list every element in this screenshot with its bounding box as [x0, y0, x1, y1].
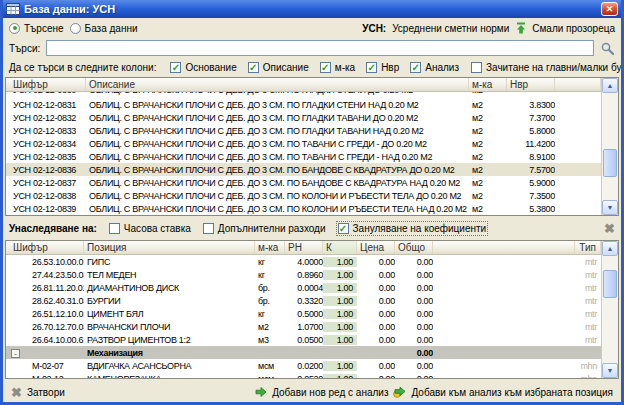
- checkbox-icon[interactable]: [471, 62, 482, 73]
- norms-row[interactable]: УСН 02-12-0835ОБЛИЦ. С ВРАЧАНСКИ ПЛОЧИ С…: [6, 150, 601, 163]
- inherit-checkbox-0[interactable]: Часова ставка: [109, 223, 191, 234]
- row-total: 0.00: [395, 296, 433, 306]
- checkbox-label: Зануляване на коефициенти: [353, 223, 487, 234]
- filter-column-checkbox-4[interactable]: ✓Анализ: [410, 62, 459, 73]
- radio-database-icon: [70, 23, 81, 34]
- row-unit: м2: [469, 100, 507, 110]
- row-code: 26.51.12.10.01: [6, 309, 84, 319]
- row-code: 26.70.12.70.03: [6, 322, 84, 332]
- row-total: 0.00: [395, 374, 433, 379]
- collapse-icon[interactable]: -: [11, 349, 20, 358]
- filter-column-checkbox-1[interactable]: ✓Описание: [248, 62, 309, 73]
- analysis-row[interactable]: М-02-12КАМЕНОРЕЗАЧКАмсм0.05201.000.000.0…: [6, 372, 601, 378]
- filter-column-checkbox-2[interactable]: ✓м-ка: [320, 62, 355, 73]
- shrink-window-label: Смали прозореца: [532, 23, 615, 34]
- column-header-rn[interactable]: РН: [285, 241, 323, 254]
- row-nvr: 11.4200: [507, 139, 555, 149]
- add-new-label: Добави нов ред с анализ: [272, 387, 388, 398]
- scroll-track[interactable]: [602, 256, 618, 363]
- analysis-row[interactable]: 28.62.40.31.03БУРГИИбр.0.33201.000.000.0…: [6, 294, 601, 307]
- inherit-checkbox-2[interactable]: ✓Зануляване на коефициенти: [338, 223, 487, 234]
- row-unit: м2: [469, 92, 507, 95]
- scrollbar-thumb[interactable]: [603, 149, 617, 177]
- column-header-k[interactable]: К: [323, 241, 357, 254]
- checkbox-icon[interactable]: ✓: [410, 62, 421, 73]
- column-header-unit[interactable]: м-ка: [469, 78, 507, 91]
- add-new-row-button[interactable]: Добави нов ред с анализ: [255, 386, 388, 398]
- row-code: УСН 02-12-0835: [6, 152, 86, 162]
- row-nvr: 7.3500: [507, 191, 555, 201]
- row-unit: м2: [469, 139, 507, 149]
- row-total: 0.00: [395, 257, 433, 267]
- scrollbar-thumb[interactable]: [603, 270, 617, 298]
- analysis-row[interactable]: 26.51.12.10.01ЦИМЕНТ БЯЛкг0.50001.000.00…: [6, 307, 601, 320]
- row-nvr: 5.9000: [507, 178, 555, 188]
- column-header-type[interactable]: Тип: [575, 241, 601, 254]
- column-header-desc[interactable]: Описание: [86, 78, 469, 91]
- row-position: ТЕЛ МЕДЕН: [84, 270, 255, 280]
- case-sensitive-checkbox[interactable]: Зачитане на главни/малки букви: [471, 62, 624, 73]
- column-header-code[interactable]: Шифър: [6, 78, 86, 91]
- row-total: 0.00: [395, 335, 433, 345]
- checkbox-icon[interactable]: ✓: [170, 62, 181, 73]
- column-header-code[interactable]: Шифър: [6, 241, 84, 254]
- analysis-row[interactable]: 26.53.10.00.01ГИПСкг4.00001.000.000.00mt…: [6, 255, 601, 268]
- analysis-row[interactable]: 26.81.11.20.01ДИАМАНТИНОВ ДИСКбр.0.00041…: [6, 281, 601, 294]
- norms-table-header[interactable]: Шифър Описание м-ка Нвр: [6, 78, 601, 92]
- scroll-up-icon[interactable]: ▲: [602, 78, 618, 93]
- column-header-pos[interactable]: Позиция: [84, 241, 255, 254]
- row-nvr: 5.8000: [507, 126, 555, 136]
- close-dialog-button[interactable]: ✖ Затвори: [11, 386, 65, 399]
- analysis-table-header[interactable]: Шифър Позиция м-ка РН К Цена Общо Тип: [6, 241, 601, 255]
- scroll-down-icon[interactable]: ▼: [602, 200, 618, 215]
- row-code: 28.62.40.31.03: [6, 296, 84, 306]
- norms-row[interactable]: УСН 02-12-0836ОБЛИЦ. С ВРАЧАНСКИ ПЛОЧИ С…: [6, 163, 601, 176]
- inherit-checkbox-1[interactable]: Допълнителни разходи: [203, 223, 326, 234]
- checkbox-icon[interactable]: ✓: [248, 62, 259, 73]
- row-price: 0.00: [357, 322, 395, 332]
- analysis-row[interactable]: М-02-07ВДИГАЧКА АСАНСЬОРНАмсм0.02001.000…: [6, 359, 601, 372]
- scroll-up-icon[interactable]: ▲: [602, 241, 618, 256]
- column-header-unit[interactable]: м-ка: [255, 241, 285, 254]
- norms-row[interactable]: УСН 02-12-0839ОБЛИЦ. С ВРАЧАНСКИ ПЛОЧИ С…: [6, 202, 601, 215]
- analysis-row[interactable]: 27.44.23.50.03ТЕЛ МЕДЕНкг0.89601.000.000…: [6, 268, 601, 281]
- checkbox-icon[interactable]: ✓: [320, 62, 331, 73]
- row-unit: м2: [469, 165, 507, 175]
- checkbox-icon[interactable]: [203, 223, 214, 234]
- norms-scrollbar[interactable]: ▲ ▼: [601, 78, 618, 215]
- norms-row[interactable]: УСН 02-12-0833ОБЛИЦ. С ВРАЧАНСКИ ПЛОЧИ С…: [6, 124, 601, 137]
- norms-row[interactable]: УСН 02-12-0832ОБЛИЦ. С ВРАЧАНСКИ ПЛОЧИ С…: [6, 111, 601, 124]
- checkbox-icon[interactable]: [109, 223, 120, 234]
- close-dialog-label: Затвори: [27, 387, 65, 398]
- row-code: УСН 02-12-0831: [6, 100, 86, 110]
- checkbox-icon[interactable]: ✓: [338, 223, 349, 234]
- filter-column-checkbox-3[interactable]: ✓Нвр: [366, 62, 399, 73]
- radio-search[interactable]: Търсене: [9, 23, 64, 34]
- analysis-row[interactable]: 26.70.12.70.03ВРАЧАНСКИ ПЛОЧИм21.07001.0…: [6, 320, 601, 333]
- analysis-scrollbar[interactable]: ▲ ▼: [601, 241, 618, 378]
- column-header-nvr[interactable]: Нвр: [507, 78, 555, 91]
- row-position: ЦИМЕНТ БЯЛ: [84, 309, 255, 319]
- scroll-down-icon[interactable]: ▼: [602, 363, 618, 378]
- close-icon[interactable]: ✕: [601, 2, 618, 16]
- radio-database[interactable]: База данни: [70, 23, 138, 34]
- row-unit: кг: [255, 270, 285, 280]
- titlebar[interactable]: База данни: УСН ✕: [3, 0, 621, 18]
- add-to-selected-button[interactable]: Добави към анализ към избраната позиция: [393, 386, 613, 398]
- norms-row[interactable]: УСН 02-12-0831ОБЛИЦ. С ВРАЧАНСКИ ПЛОЧИ С…: [6, 98, 601, 111]
- column-header-total[interactable]: Общо: [395, 241, 433, 254]
- analysis-group-row[interactable]: -Механизация0.00: [6, 346, 601, 359]
- scroll-track[interactable]: [602, 93, 618, 200]
- column-header-price[interactable]: Цена: [357, 241, 395, 254]
- filter-column-checkbox-0[interactable]: ✓Основание: [170, 62, 236, 73]
- row-unit: бр.: [255, 283, 285, 293]
- checkbox-icon[interactable]: ✓: [366, 62, 377, 73]
- search-input[interactable]: [46, 40, 594, 56]
- analysis-row[interactable]: 26.64.10.00.61РАЗТВОР ЦИМЕНТОВ 1:2м30.05…: [6, 333, 601, 346]
- search-icon[interactable]: [600, 41, 615, 56]
- clear-analysis-icon[interactable]: ✖: [604, 222, 615, 235]
- norms-row[interactable]: УСН 02-12-0834ОБЛИЦ. С ВРАЧАНСКИ ПЛОЧИ С…: [6, 137, 601, 150]
- shrink-window-button[interactable]: Смали прозореца: [515, 22, 615, 34]
- norms-row[interactable]: УСН 02-12-0837ОБЛИЦ. С ВРАЧАНСКИ ПЛОЧИ С…: [6, 176, 601, 189]
- norms-row[interactable]: УСН 02-12-0838ОБЛИЦ. С ВРАЧАНСКИ ПЛОЧИ С…: [6, 189, 601, 202]
